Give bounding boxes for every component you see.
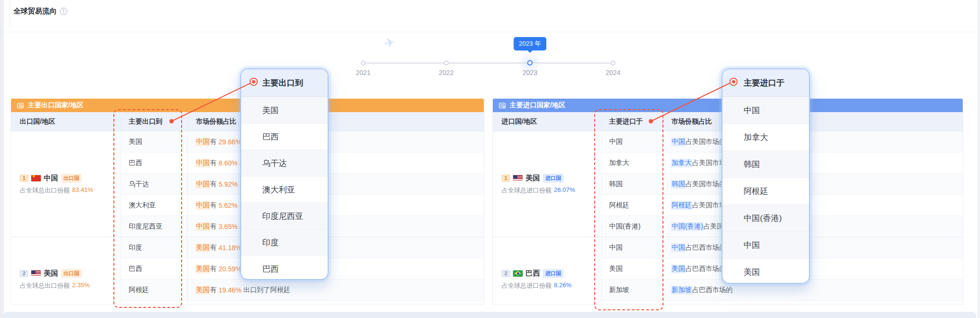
destination-cell: 巴西 [121, 153, 188, 173]
share-cell: 中国有8.60%出口到了巴西 [188, 153, 484, 173]
exporter-cell: 2 美国 出口国 占全球总出口份额 2.35% [11, 237, 121, 305]
list-item[interactable]: 印度尼西亚 [241, 203, 328, 229]
exporter-highlight: 中国 [196, 201, 210, 210]
exporter-highlight: 美国 [196, 265, 210, 273]
list-item[interactable]: 巴西 [241, 123, 328, 150]
destination-cell: 乌干达 [121, 174, 188, 194]
share-cell: 中国占巴西市场的 [663, 237, 963, 258]
share-cell: 美国有41.18%出口到了印度 [188, 237, 484, 258]
slider-dot-2021[interactable] [361, 61, 366, 65]
share-cell: 中国有3.65%出口到了印度尼西亚 [188, 216, 484, 237]
exporter-badge: 出口国 [61, 174, 82, 183]
list-item[interactable]: 美国 [723, 258, 809, 284]
share-cell: 中国有5.62%出口到了澳大利亚 [188, 195, 484, 216]
col-export-to: 主要出口到 [121, 117, 188, 126]
share-cell: 美国占巴西市场的 [663, 258, 963, 279]
source-highlight: 美国 [671, 265, 686, 273]
exporter-highlight: 中国 [196, 159, 210, 167]
source-highlight: 中国(香港) [671, 222, 703, 231]
rank-badge: 2 [20, 270, 28, 277]
importer-badge: 进口国 [543, 174, 564, 183]
year-slider-track[interactable] [363, 63, 613, 64]
share-cell: 新加坡占巴西市场的 [663, 280, 963, 300]
share-text: 占巴西市场的 [692, 286, 733, 294]
share-text: 占巴西市场的 [686, 265, 726, 273]
source-cell: 阿根廷 [601, 195, 663, 216]
share-cell: 美国有20.59%出口到了巴西 [188, 258, 484, 279]
next-panel-edge [4, 312, 976, 318]
share-cell: 中国有5.92%出口到了乌干达 [188, 174, 484, 194]
table-list-icon [17, 102, 24, 109]
exporter-highlight: 中国 [196, 222, 210, 231]
share-pct: 8.60% [219, 159, 238, 167]
source-highlight: 中国 [671, 243, 686, 252]
import-column-magnifier: 主要进口于 中国 加拿大 韩国 阿根廷 中国(香港) 中国 美国 [722, 68, 810, 284]
share-cell: 中国有29.66%出口到了美国 [188, 131, 484, 152]
list-item[interactable]: 澳大利亚 [241, 176, 328, 203]
source-cell: 中国 [601, 131, 663, 152]
list-item[interactable]: 韩国 [723, 151, 809, 178]
country-name: 巴西 [526, 269, 540, 278]
share-cell: 韩国占美国市场的 [663, 174, 963, 194]
slider-dot-2022[interactable] [444, 61, 449, 65]
share-value: 83.41% [72, 186, 93, 195]
share-text: 有 [210, 201, 217, 210]
table-row: 阿根廷 美国有19.46%出口到了阿根廷 [121, 279, 484, 300]
share-pct: 29.66% [219, 138, 241, 146]
exporter-badge: 出口国 [61, 269, 82, 278]
share-text: 有 [210, 286, 217, 294]
list-item[interactable]: 美国 [241, 97, 328, 123]
year-label-2021[interactable]: 2021 [355, 69, 370, 76]
share-cell: 中国占美国市场的 [663, 131, 963, 152]
importer-badge: 进口国 [543, 269, 564, 278]
share-pct: 19.46% [219, 286, 241, 294]
exporter-highlight: 中国 [196, 138, 210, 146]
list-item[interactable]: 加拿大 [723, 124, 809, 151]
share-pct: 41.18% [219, 244, 241, 252]
source-cell: 摩洛哥 [601, 301, 663, 305]
source-cell: 新加坡 [601, 280, 663, 300]
year-label-2024[interactable]: 2024 [605, 69, 620, 76]
list-item[interactable]: 中国 [723, 97, 809, 124]
window-left-edge [0, 0, 4, 318]
list-item[interactable]: 印度 [241, 229, 328, 255]
destination-cell: 哥伦比亚 [121, 301, 188, 305]
share-cell: 美国有8.82%出口到了哥伦比亚 [188, 301, 484, 305]
slider-dot-2024[interactable] [611, 61, 615, 65]
destination-cell: 澳大利亚 [121, 195, 188, 216]
share-tail: 出口到了阿根廷 [243, 286, 290, 294]
destination-cell: 印度 [121, 237, 188, 258]
source-highlight: 韩国 [671, 180, 686, 189]
page-title-text: 全球贸易流向 [13, 7, 57, 16]
country-name: 中国 [44, 174, 58, 183]
destination-cell: 美国 [121, 131, 188, 152]
source-highlight: 阿根廷 [671, 201, 692, 210]
list-item[interactable]: 巴西 [241, 255, 328, 280]
list-item[interactable]: 乌干达 [241, 150, 328, 176]
source-cell: 美国 [601, 258, 663, 279]
year-label-2022[interactable]: 2022 [439, 69, 453, 76]
list-item[interactable]: 中国(香港) [723, 204, 809, 231]
exporter-highlight: 美国 [196, 243, 210, 252]
col-market-share: 市场份额占比 [188, 117, 484, 126]
share-value: 2.35% [72, 281, 90, 290]
rank-badge: 1 [20, 175, 28, 182]
col-market-share: 市场份额占比 [663, 117, 963, 126]
list-item[interactable]: 中国 [723, 231, 809, 258]
us-flag-icon [513, 175, 523, 181]
header-divider [10, 0, 10, 27]
info-icon[interactable]: ! [60, 8, 67, 15]
col-import-from: 主要进口于 [601, 117, 663, 126]
col-importer: 进口国/地区 [493, 117, 601, 126]
import-magnifier-title: 主要进口于 [723, 69, 809, 97]
list-item[interactable]: 阿根廷 [723, 178, 809, 204]
share-pct: 5.62% [219, 202, 238, 209]
share-text: 有 [210, 159, 217, 167]
source-cell: 韩国 [601, 174, 663, 194]
export-column-magnifier: 主要出口到 美国 巴西 乌干达 澳大利亚 印度尼西亚 印度 巴西 [240, 68, 329, 280]
exporter-cell: 1 中国 出口国 占全球总出口份额 83.41% [11, 131, 121, 237]
year-label-2023[interactable]: 2023 [522, 69, 537, 76]
slider-handle-2023[interactable] [527, 60, 533, 65]
plane-decoration-icon: ✈ [383, 35, 397, 51]
rank-badge: 1 [502, 175, 510, 182]
